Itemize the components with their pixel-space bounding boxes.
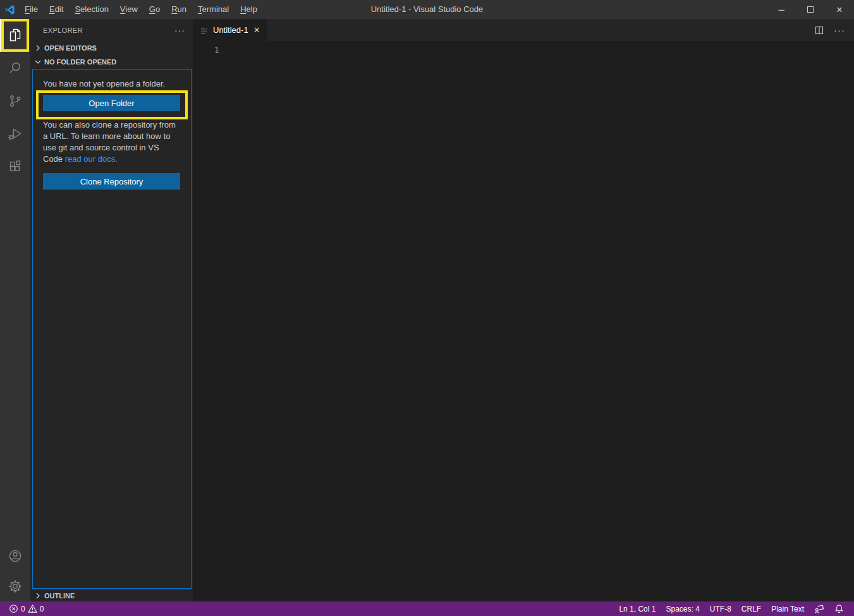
tab-untitled-1[interactable]: Untitled-1 ✕ — [193, 19, 267, 41]
line-number: 1 — [193, 44, 219, 56]
activity-explorer-button[interactable] — [0, 19, 30, 52]
error-icon — [9, 604, 18, 613]
menu-view[interactable]: View — [114, 0, 143, 19]
outline-section-header[interactable]: OUTLINE — [30, 589, 193, 601]
editor-content[interactable]: 1 — [193, 41, 854, 56]
bell-icon — [834, 604, 844, 613]
notifications-button[interactable] — [832, 601, 846, 616]
clone-repository-button[interactable]: Clone Repository — [43, 173, 180, 190]
menu-run[interactable]: Run — [166, 0, 192, 19]
git-branch-icon — [8, 94, 23, 109]
extensions-icon — [8, 159, 23, 174]
sidebar-more-actions-button[interactable]: ··· — [174, 27, 185, 33]
tab-bar: Untitled-1 ✕ ··· — [193, 19, 854, 41]
activity-search-button[interactable] — [0, 52, 30, 85]
no-folder-label: NO FOLDER OPENED — [44, 58, 116, 66]
open-editors-label: OPEN EDITORS — [44, 44, 97, 52]
sidebar-title: EXPLORER — [43, 27, 83, 34]
activity-bar — [0, 19, 30, 601]
explorer-sidebar: EXPLORER ··· OPEN EDITORS NO FOLDER OPEN… — [30, 19, 193, 601]
files-icon — [8, 28, 23, 43]
language-mode-status[interactable]: Plain Text — [769, 601, 807, 616]
feedback-button[interactable] — [812, 601, 827, 616]
close-window-button[interactable]: ✕ — [825, 0, 854, 19]
search-icon — [8, 61, 23, 76]
plain-text-file-icon — [199, 25, 209, 35]
settings-gear-button[interactable] — [0, 571, 30, 601]
run-debug-icon — [8, 126, 23, 142]
editor-area: Untitled-1 ✕ ··· 1 — [193, 19, 854, 601]
warning-icon — [28, 604, 37, 613]
no-folder-message: You have not yet opened a folder. — [43, 78, 180, 89]
activity-run-debug-button[interactable] — [0, 118, 30, 150]
minimize-button[interactable]: ─ — [767, 0, 796, 19]
open-editors-section-header[interactable]: OPEN EDITORS — [30, 41, 193, 55]
maximize-button[interactable] — [796, 0, 825, 19]
activity-source-control-button[interactable] — [0, 85, 30, 118]
read-docs-link[interactable]: read our docs. — [65, 154, 118, 164]
menu-go[interactable]: Go — [143, 0, 166, 19]
editor-more-actions-button[interactable]: ··· — [833, 23, 846, 37]
close-icon: ✕ — [836, 5, 843, 15]
gear-icon — [8, 579, 23, 594]
maximize-icon — [807, 6, 814, 13]
indentation-status[interactable]: Spaces: 4 — [663, 601, 702, 616]
chevron-down-icon — [33, 57, 43, 67]
split-editor-button[interactable] — [812, 23, 826, 37]
tab-label: Untitled-1 — [213, 25, 248, 35]
menu-selection[interactable]: Selection — [69, 0, 114, 19]
feedback-icon — [814, 604, 824, 614]
minimize-icon: ─ — [778, 5, 784, 15]
no-folder-pane: You have not yet opened a folder. Open F… — [32, 69, 192, 589]
menu-edit[interactable]: Edit — [44, 0, 69, 19]
menu-help[interactable]: Help — [235, 0, 263, 19]
no-folder-section-header[interactable]: NO FOLDER OPENED — [30, 55, 193, 69]
eol-status[interactable]: CRLF — [739, 601, 764, 616]
chevron-right-icon — [33, 43, 43, 53]
open-folder-button[interactable]: Open Folder — [43, 95, 180, 111]
vscode-logo-icon — [0, 4, 19, 15]
problems-status-item[interactable]: 0 0 — [6, 601, 46, 616]
error-count: 0 — [21, 605, 25, 613]
chevron-right-icon — [33, 591, 43, 601]
cursor-position-status[interactable]: Ln 1, Col 1 — [616, 601, 658, 616]
encoding-status[interactable]: UTF-8 — [707, 601, 734, 616]
menu-terminal[interactable]: Terminal — [192, 0, 235, 19]
tab-close-button[interactable]: ✕ — [252, 25, 262, 36]
menu-file[interactable]: File — [19, 0, 44, 19]
window-title: Untitled-1 - Visual Studio Code — [371, 0, 484, 19]
account-icon — [8, 548, 23, 564]
warning-count: 0 — [40, 605, 44, 613]
accounts-button[interactable] — [0, 541, 30, 571]
activity-extensions-button[interactable] — [0, 150, 30, 183]
title-bar: File Edit Selection View Go Run Terminal… — [0, 0, 854, 19]
outline-label: OUTLINE — [44, 592, 75, 600]
status-bar: 0 0 Ln 1, Col 1 Spaces: 4 UTF-8 CRLF Pla… — [0, 601, 854, 616]
